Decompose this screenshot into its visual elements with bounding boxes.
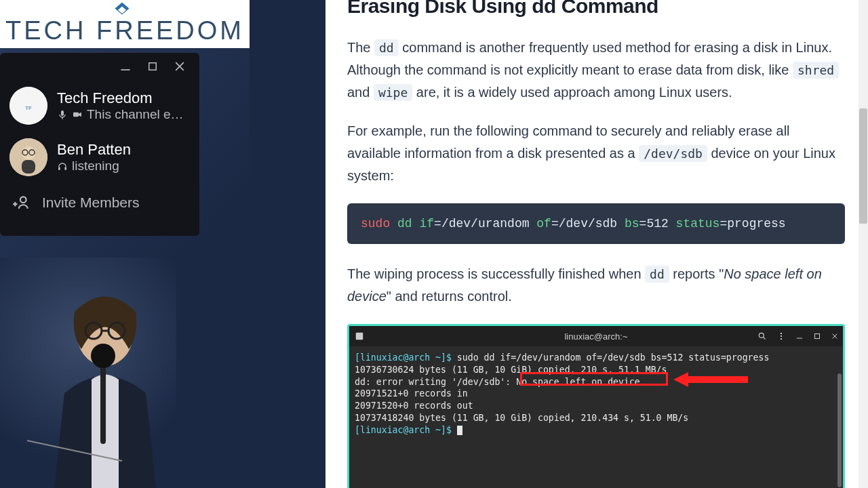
inline-code-dd: dd [374,39,399,56]
close-icon[interactable] [831,332,839,340]
headphones-icon [57,161,68,171]
section-heading: Erasing Disk Using dd Command [347,0,845,18]
svg-marker-11 [79,113,81,117]
text: reports " [669,266,724,281]
terminal-app-icon [349,331,370,341]
text: " and returns control. [387,289,512,304]
text: The wiping process is successfully finis… [347,266,645,281]
code-block-dd[interactable]: sudo dd if=/dev/urandom of=/dev/sdb bs=5… [347,203,845,244]
arrow-left-icon [673,372,748,387]
member-status-text: This channel e… [87,107,184,122]
avatar [9,138,47,176]
svg-line-31 [764,338,766,340]
page-scrollbar-thumb[interactable] [859,108,867,224]
cursor-icon [457,426,462,435]
minimize-button[interactable] [118,59,133,74]
page-scrollbar-track[interactable] [859,0,868,488]
text: The [347,40,374,55]
svg-rect-10 [73,113,79,117]
search-icon[interactable] [757,331,767,341]
paragraph-result: The wiping process is successfully finis… [347,263,845,308]
chat-titlebar [0,53,199,80]
tok-if-val: /dev/urandom [441,217,530,230]
webcam-feed [0,258,176,488]
close-button[interactable] [172,59,187,74]
voice-chat-window: TF Tech Freedom This channel e… Ben Patt… [0,53,199,236]
svg-point-19 [20,197,26,203]
highlight-box [520,372,668,386]
member-info: Tech Freedom This channel e… [57,89,184,122]
term-line: 10737418240 bytes (11 GB, 10 GiB) copied… [355,413,688,423]
svg-rect-8 [61,110,64,116]
terminal-body: [linuxiac@arch ~]$ sudo dd if=/dev/urand… [349,346,843,488]
member-name: Tech Freedom [57,89,184,107]
microphone-icon [57,109,68,120]
tok-status-key: status [676,217,720,230]
member-status: This channel e… [57,107,184,122]
svg-point-33 [781,336,782,337]
tok-of-key: of [536,217,551,230]
text: are, it is a widely used approach among … [412,85,732,100]
logo-banner: TECH FREEDOM [0,0,250,48]
logo-icon [112,1,132,22]
member-name: Ben Patten [57,141,131,159]
maximize-icon[interactable] [813,332,821,340]
svg-marker-39 [673,372,748,387]
tok-eq: = [551,217,559,230]
term-prompt: [linuxiac@arch ~]$ [355,425,457,435]
presenter-silhouette [27,285,176,488]
text: and [347,85,374,100]
tok-if-key: if [419,217,434,230]
stream-overlay-left: TECH FREEDOM TF Tech Freedom T [0,0,250,488]
inline-code-devsdb: /dev/sdb [639,145,707,162]
add-user-icon [12,194,30,211]
term-cmd: sudo dd if=/dev/urandom of=/dev/sdb bs=5… [457,352,770,363]
svg-rect-17 [58,167,60,170]
member-info: Ben Patten listening [57,141,131,174]
svg-point-30 [759,333,764,338]
minimize-icon[interactable] [795,332,804,340]
svg-text:TF: TF [25,105,32,111]
voice-member-ben[interactable]: Ben Patten listening [0,131,199,183]
svg-point-32 [781,333,782,334]
tok-of-val: /dev/sdb [559,217,617,230]
member-status: listening [57,159,131,174]
svg-rect-36 [815,334,820,339]
inline-code-shred: shred [793,62,839,79]
inline-code-wipe: wipe [374,84,412,101]
svg-point-34 [781,338,782,340]
terminal-titlebar: linuxiac@arch:~ [349,326,843,346]
svg-rect-18 [64,167,66,170]
member-status-text: listening [72,159,119,174]
article-content: Erasing Disk Using dd Command The dd com… [326,0,868,488]
invite-members-button[interactable]: Invite Members [0,183,199,222]
svg-rect-14 [22,160,35,174]
paragraph-intro: The dd command is another frequently use… [347,37,845,104]
menu-icon[interactable] [776,331,786,341]
svg-point-13 [22,146,35,160]
tok-eq: = [434,217,441,230]
tok-sudo: sudo [361,217,390,230]
term-line: dd: error writing '/dev/sdb': [355,377,516,387]
tok-status-val: =progress [719,217,785,230]
svg-point-27 [91,344,115,368]
term-line: 20971521+0 records in [355,388,468,399]
maximize-button[interactable] [145,59,160,74]
terminal-scrollbar[interactable] [837,373,842,487]
tok-dd: dd [397,217,412,230]
tok-bs-key: bs [625,217,639,230]
svg-rect-29 [356,333,363,340]
inline-code-dd2: dd [645,266,669,283]
tok-bs-val: =512 [639,217,669,230]
term-prompt: [linuxiac@arch ~]$ [355,352,457,363]
text: command is another frequently used metho… [347,40,832,77]
voice-member-tech-freedom[interactable]: TF Tech Freedom This channel e… [0,80,199,131]
avatar: TF [9,87,47,125]
term-line: 20971520+0 records out [355,401,473,411]
video-icon [72,109,83,120]
svg-rect-3 [149,63,157,70]
terminal-screenshot: linuxiac@arch:~ [linuxiac@arch ~]$ sudo … [347,324,845,488]
paragraph-example: For example, run the following command t… [347,120,845,187]
invite-label: Invite Members [42,195,140,211]
